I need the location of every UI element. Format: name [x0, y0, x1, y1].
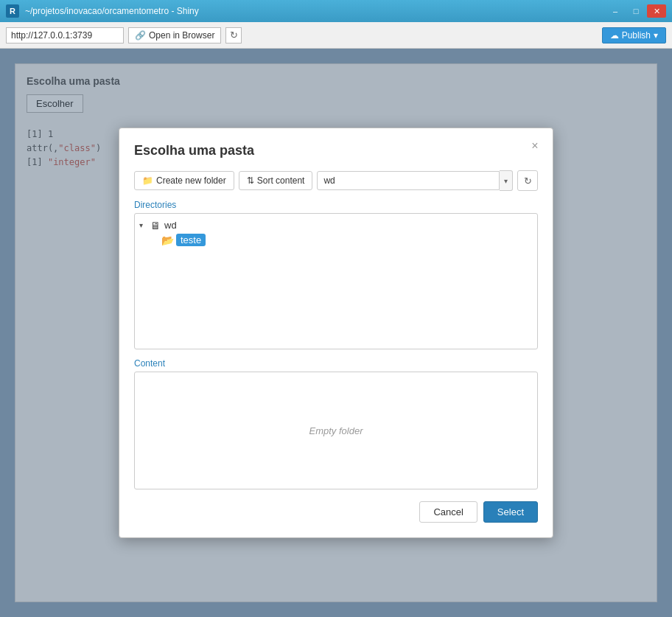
tree-expand-icon: ▾ — [139, 221, 147, 229]
dialog-close-button[interactable]: × — [528, 139, 542, 153]
select-button[interactable]: Select — [483, 501, 538, 523]
sort-icon: ⇅ — [247, 175, 254, 186]
dialog-footer: Cancel Select — [134, 501, 538, 523]
root-folder-label: wd — [164, 220, 177, 231]
directories-panel: ▾ 🖥 wd 📂 teste — [134, 213, 538, 349]
title-bar: R ~/projetos/inovacao/orcamentometro - S… — [0, 0, 672, 22]
sort-content-button[interactable]: ⇅ Sort content — [239, 171, 313, 190]
publish-button[interactable]: ☁ Publish ▾ — [602, 27, 666, 43]
minimize-button[interactable]: – — [606, 4, 625, 18]
choose-folder-dialog: Escolha uma pasta × 📁 Create new folder … — [119, 128, 553, 538]
directories-label: Directories — [134, 200, 538, 210]
page-refresh-button[interactable]: ↻ — [225, 27, 242, 43]
dialog-toolbar: 📁 Create new folder ⇅ Sort content wd ▾ — [134, 170, 538, 191]
address-bar: 🔗 Open in Browser ↻ ☁ Publish ▾ — [0, 22, 672, 49]
folder-add-icon: 📁 — [142, 175, 153, 186]
path-dropdown[interactable]: wd — [317, 171, 500, 190]
dialog-title: Escolha uma pasta — [134, 143, 538, 158]
refresh-button[interactable]: ↻ — [517, 170, 538, 191]
path-selector: wd ▾ — [317, 170, 513, 191]
content-label: Content — [134, 358, 538, 369]
tree-child-item[interactable]: 📂 teste — [161, 232, 533, 248]
open-browser-button[interactable]: 🔗 Open in Browser — [128, 27, 221, 43]
content-panel: Empty folder — [134, 372, 538, 489]
window-controls: – □ ✕ — [606, 4, 666, 18]
main-content: Escolha uma pasta Escolher [1] 1 attr(,"… — [0, 49, 672, 617]
tree-root-item[interactable]: ▾ 🖥 wd — [139, 218, 533, 232]
empty-folder-text: Empty folder — [309, 425, 363, 436]
tree-child-container: 📂 teste — [139, 232, 533, 248]
app-icon: R — [6, 4, 19, 18]
child-folder-label: teste — [176, 234, 206, 246]
publish-icon: ☁ — [610, 30, 619, 41]
globe-icon: 🔗 — [135, 30, 146, 41]
restore-button[interactable]: □ — [626, 4, 645, 18]
close-button[interactable]: ✕ — [647, 4, 666, 18]
cancel-button[interactable]: Cancel — [419, 501, 477, 523]
window-title: ~/projetos/inovacao/orcamentometro - Shi… — [25, 6, 199, 16]
dropdown-arrow-icon: ▾ — [500, 170, 513, 191]
root-folder-icon: 🖥 — [150, 221, 161, 230]
url-input[interactable] — [6, 27, 124, 43]
create-folder-button[interactable]: 📁 Create new folder — [134, 171, 234, 190]
modal-overlay: Escolha uma pasta × 📁 Create new folder … — [0, 49, 672, 617]
child-folder-icon: 📂 — [161, 236, 173, 245]
